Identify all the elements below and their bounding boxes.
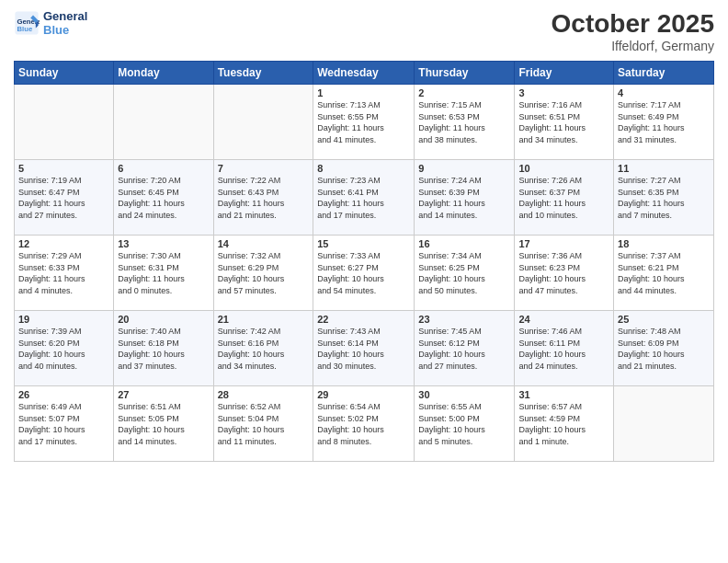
day-info: Sunrise: 6:54 AM Sunset: 5:02 PM Dayligh… bbox=[317, 401, 410, 447]
calendar-cell: 30Sunrise: 6:55 AM Sunset: 5:00 PM Dayli… bbox=[415, 386, 515, 462]
day-info: Sunrise: 6:51 AM Sunset: 5:05 PM Dayligh… bbox=[118, 401, 209, 447]
day-info: Sunrise: 7:37 AM Sunset: 6:21 PM Dayligh… bbox=[618, 250, 710, 296]
day-info: Sunrise: 6:49 AM Sunset: 5:07 PM Dayligh… bbox=[18, 401, 109, 447]
day-header-wednesday: Wednesday bbox=[313, 62, 415, 85]
day-number: 4 bbox=[618, 87, 710, 98]
day-number: 15 bbox=[317, 238, 410, 249]
day-info: Sunrise: 7:17 AM Sunset: 6:49 PM Dayligh… bbox=[618, 99, 710, 145]
day-number: 19 bbox=[18, 314, 109, 325]
calendar-cell: 21Sunrise: 7:42 AM Sunset: 6:16 PM Dayli… bbox=[213, 311, 313, 386]
day-info: Sunrise: 6:52 AM Sunset: 5:04 PM Dayligh… bbox=[218, 401, 310, 447]
day-header-friday: Friday bbox=[515, 62, 614, 85]
calendar-cell: 17Sunrise: 7:36 AM Sunset: 6:23 PM Dayli… bbox=[515, 236, 614, 311]
calendar-cell bbox=[15, 85, 114, 160]
calendar-cell: 3Sunrise: 7:16 AM Sunset: 6:51 PM Daylig… bbox=[515, 85, 614, 160]
day-number: 31 bbox=[518, 389, 609, 400]
svg-text:Blue: Blue bbox=[17, 25, 33, 33]
calendar-cell: 6Sunrise: 7:20 AM Sunset: 6:45 PM Daylig… bbox=[114, 160, 213, 236]
calendar-cell: 11Sunrise: 7:27 AM Sunset: 6:35 PM Dayli… bbox=[614, 160, 714, 236]
day-number: 20 bbox=[118, 314, 209, 325]
day-number: 30 bbox=[418, 389, 510, 400]
day-info: Sunrise: 7:30 AM Sunset: 6:31 PM Dayligh… bbox=[118, 250, 209, 296]
day-number: 3 bbox=[518, 87, 609, 98]
calendar-cell: 16Sunrise: 7:34 AM Sunset: 6:25 PM Dayli… bbox=[415, 236, 515, 311]
day-info: Sunrise: 7:34 AM Sunset: 6:25 PM Dayligh… bbox=[418, 250, 510, 296]
calendar-cell: 24Sunrise: 7:46 AM Sunset: 6:11 PM Dayli… bbox=[515, 311, 614, 386]
calendar-cell: 28Sunrise: 6:52 AM Sunset: 5:04 PM Dayli… bbox=[213, 386, 313, 462]
day-number: 28 bbox=[218, 389, 310, 400]
logo-icon: General Blue bbox=[14, 10, 40, 36]
calendar-cell: 4Sunrise: 7:17 AM Sunset: 6:49 PM Daylig… bbox=[614, 85, 714, 160]
calendar-cell: 12Sunrise: 7:29 AM Sunset: 6:33 PM Dayli… bbox=[15, 236, 114, 311]
day-info: Sunrise: 7:15 AM Sunset: 6:53 PM Dayligh… bbox=[418, 99, 510, 145]
day-info: Sunrise: 7:24 AM Sunset: 6:39 PM Dayligh… bbox=[418, 175, 510, 221]
day-number: 29 bbox=[317, 389, 410, 400]
calendar-cell: 1Sunrise: 7:13 AM Sunset: 6:55 PM Daylig… bbox=[313, 85, 415, 160]
calendar-cell: 26Sunrise: 6:49 AM Sunset: 5:07 PM Dayli… bbox=[15, 386, 114, 462]
day-header-sunday: Sunday bbox=[15, 62, 114, 85]
month-year-title: October 2025 bbox=[552, 9, 714, 39]
calendar-cell bbox=[614, 386, 714, 462]
day-info: Sunrise: 7:26 AM Sunset: 6:37 PM Dayligh… bbox=[518, 175, 609, 221]
day-number: 2 bbox=[418, 87, 510, 98]
day-number: 27 bbox=[118, 389, 209, 400]
calendar-cell bbox=[114, 85, 213, 160]
calendar-cell: 27Sunrise: 6:51 AM Sunset: 5:05 PM Dayli… bbox=[114, 386, 213, 462]
calendar-cell: 29Sunrise: 6:54 AM Sunset: 5:02 PM Dayli… bbox=[313, 386, 415, 462]
day-number: 22 bbox=[317, 314, 410, 325]
day-header-thursday: Thursday bbox=[415, 62, 515, 85]
day-number: 18 bbox=[618, 238, 710, 249]
day-number: 16 bbox=[418, 238, 510, 249]
calendar-cell: 14Sunrise: 7:32 AM Sunset: 6:29 PM Dayli… bbox=[213, 236, 313, 311]
day-number: 7 bbox=[218, 163, 310, 174]
calendar-cell: 2Sunrise: 7:15 AM Sunset: 6:53 PM Daylig… bbox=[415, 85, 515, 160]
calendar-cell: 5Sunrise: 7:19 AM Sunset: 6:47 PM Daylig… bbox=[15, 160, 114, 236]
day-number: 24 bbox=[518, 314, 609, 325]
calendar-cell: 15Sunrise: 7:33 AM Sunset: 6:27 PM Dayli… bbox=[313, 236, 415, 311]
day-number: 6 bbox=[118, 163, 209, 174]
day-header-tuesday: Tuesday bbox=[213, 62, 313, 85]
day-info: Sunrise: 7:40 AM Sunset: 6:18 PM Dayligh… bbox=[118, 326, 209, 372]
day-info: Sunrise: 7:23 AM Sunset: 6:41 PM Dayligh… bbox=[317, 175, 410, 221]
day-info: Sunrise: 7:46 AM Sunset: 6:11 PM Dayligh… bbox=[518, 326, 609, 372]
day-number: 11 bbox=[618, 163, 710, 174]
calendar-cell: 13Sunrise: 7:30 AM Sunset: 6:31 PM Dayli… bbox=[114, 236, 213, 311]
day-info: Sunrise: 7:13 AM Sunset: 6:55 PM Dayligh… bbox=[317, 99, 410, 145]
day-info: Sunrise: 7:33 AM Sunset: 6:27 PM Dayligh… bbox=[317, 250, 410, 296]
day-number: 23 bbox=[418, 314, 510, 325]
day-info: Sunrise: 7:22 AM Sunset: 6:43 PM Dayligh… bbox=[218, 175, 310, 221]
day-number: 13 bbox=[118, 238, 209, 249]
calendar-cell: 18Sunrise: 7:37 AM Sunset: 6:21 PM Dayli… bbox=[614, 236, 714, 311]
calendar-cell: 19Sunrise: 7:39 AM Sunset: 6:20 PM Dayli… bbox=[15, 311, 114, 386]
day-info: Sunrise: 7:43 AM Sunset: 6:14 PM Dayligh… bbox=[317, 326, 410, 372]
logo-text-blue: Blue bbox=[43, 23, 87, 37]
logo-text-general: General bbox=[43, 9, 87, 23]
calendar-cell: 20Sunrise: 7:40 AM Sunset: 6:18 PM Dayli… bbox=[114, 311, 213, 386]
day-number: 5 bbox=[18, 163, 109, 174]
calendar-table: SundayMondayTuesdayWednesdayThursdayFrid… bbox=[14, 61, 714, 462]
day-number: 26 bbox=[18, 389, 109, 400]
day-info: Sunrise: 7:36 AM Sunset: 6:23 PM Dayligh… bbox=[518, 250, 609, 296]
day-number: 12 bbox=[18, 238, 109, 249]
title-block: October 2025 Iffeldorf, Germany bbox=[552, 9, 714, 53]
day-info: Sunrise: 7:39 AM Sunset: 6:20 PM Dayligh… bbox=[18, 326, 109, 372]
day-number: 9 bbox=[418, 163, 510, 174]
calendar-cell: 8Sunrise: 7:23 AM Sunset: 6:41 PM Daylig… bbox=[313, 160, 415, 236]
calendar-cell: 31Sunrise: 6:57 AM Sunset: 4:59 PM Dayli… bbox=[515, 386, 614, 462]
day-info: Sunrise: 7:16 AM Sunset: 6:51 PM Dayligh… bbox=[518, 99, 609, 145]
calendar-cell: 7Sunrise: 7:22 AM Sunset: 6:43 PM Daylig… bbox=[213, 160, 313, 236]
day-info: Sunrise: 6:57 AM Sunset: 4:59 PM Dayligh… bbox=[518, 401, 609, 447]
day-info: Sunrise: 7:48 AM Sunset: 6:09 PM Dayligh… bbox=[618, 326, 710, 372]
day-number: 17 bbox=[518, 238, 609, 249]
calendar-cell bbox=[213, 85, 313, 160]
day-number: 8 bbox=[317, 163, 410, 174]
logo: General Blue General Blue bbox=[14, 9, 87, 37]
day-number: 25 bbox=[618, 314, 710, 325]
day-info: Sunrise: 7:27 AM Sunset: 6:35 PM Dayligh… bbox=[618, 175, 710, 221]
day-info: Sunrise: 7:19 AM Sunset: 6:47 PM Dayligh… bbox=[18, 175, 109, 221]
day-header-monday: Monday bbox=[114, 62, 213, 85]
calendar-cell: 22Sunrise: 7:43 AM Sunset: 6:14 PM Dayli… bbox=[313, 311, 415, 386]
day-number: 10 bbox=[518, 163, 609, 174]
calendar-cell: 23Sunrise: 7:45 AM Sunset: 6:12 PM Dayli… bbox=[415, 311, 515, 386]
day-header-saturday: Saturday bbox=[614, 62, 714, 85]
